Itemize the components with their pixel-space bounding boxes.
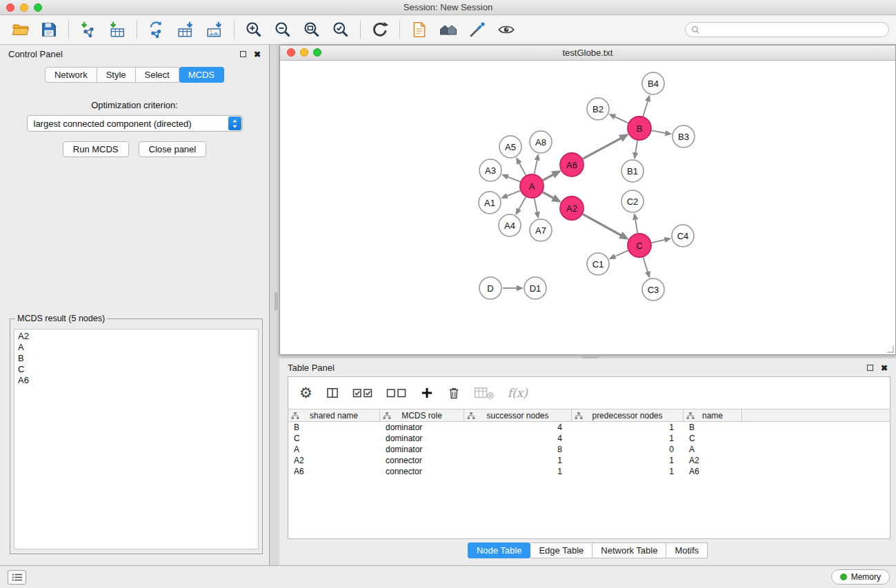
- table-row[interactable]: A2connector11A2: [288, 455, 890, 466]
- unselect-all-button[interactable]: [386, 386, 407, 400]
- select-all-button[interactable]: [352, 386, 373, 400]
- graph-node-C2[interactable]: C2: [621, 190, 644, 212]
- mcds-result-item[interactable]: B: [18, 353, 255, 364]
- mcds-result-item[interactable]: A6: [18, 375, 255, 386]
- splitter-handle-vertical[interactable]: [275, 292, 278, 310]
- close-network-window-button[interactable]: [287, 48, 295, 57]
- column-header-successor-nodes[interactable]: successor nodes: [464, 409, 572, 421]
- mcds-result-item[interactable]: C: [18, 364, 255, 375]
- zoom-in-button[interactable]: [239, 17, 268, 42]
- table-row[interactable]: A6connector11A6: [288, 466, 890, 477]
- tab-mcds[interactable]: MCDS: [179, 67, 224, 83]
- graph-node-B2[interactable]: B2: [587, 98, 609, 120]
- close-panel-button[interactable]: Close panel: [139, 141, 207, 157]
- tab-edge-table[interactable]: Edge Table: [530, 543, 593, 558]
- graph-edge-A-A4[interactable]: [518, 197, 526, 211]
- search-input[interactable]: [704, 25, 883, 35]
- zoom-network-window-button[interactable]: [313, 48, 321, 57]
- import-network-button[interactable]: [74, 17, 103, 42]
- graph-edge-A-A5[interactable]: [519, 162, 526, 175]
- graph-edge-C-C1[interactable]: [614, 250, 628, 256]
- graph-node-C4[interactable]: C4: [672, 225, 694, 247]
- open-session-button[interactable]: [7, 17, 34, 42]
- tab-network-table[interactable]: Network Table: [593, 543, 666, 558]
- graph-node-C3[interactable]: C3: [642, 278, 664, 301]
- graph-edge-A-A1[interactable]: [506, 191, 520, 196]
- graph-node-A6[interactable]: A6: [560, 153, 584, 176]
- graph-edge-A-A7[interactable]: [535, 199, 537, 214]
- graph-node-A7[interactable]: A7: [530, 219, 552, 241]
- graph-node-C1[interactable]: C1: [587, 253, 609, 275]
- graph-edge-A-A2[interactable]: [543, 192, 555, 199]
- zoom-selected-button[interactable]: [326, 17, 355, 42]
- graph-edge-C-C3[interactable]: [643, 257, 648, 273]
- graph-node-D1[interactable]: D1: [524, 277, 546, 299]
- graph-edge-B-B4[interactable]: [643, 100, 648, 116]
- graph-node-B3[interactable]: B3: [673, 125, 695, 148]
- zoom-out-button[interactable]: [268, 17, 297, 42]
- delete-row-button[interactable]: [447, 386, 461, 400]
- table-row[interactable]: Cdominator41C: [288, 433, 890, 444]
- table-row[interactable]: Bdominator41B: [288, 422, 890, 433]
- close-window-button[interactable]: [6, 3, 14, 12]
- graph-edge-A2-C[interactable]: [583, 214, 622, 236]
- graph-node-A1[interactable]: A1: [479, 192, 501, 214]
- graph-edge-A-A3[interactable]: [506, 176, 520, 182]
- float-panel-icon[interactable]: [240, 51, 246, 57]
- refresh-layout-button[interactable]: [366, 17, 395, 42]
- column-header-MCDS-role[interactable]: MCDS role: [380, 409, 464, 421]
- graph-node-B1[interactable]: B1: [621, 160, 644, 182]
- tab-node-table[interactable]: Node Table: [468, 543, 531, 558]
- graph-node-A[interactable]: A: [520, 174, 544, 198]
- graph-node-B[interactable]: B: [628, 116, 651, 140]
- add-row-button[interactable]: [420, 386, 434, 400]
- graph-edge-B-B1[interactable]: [635, 141, 637, 154]
- graph-edge-B-B2[interactable]: [614, 116, 628, 123]
- graph-edge-C-C2[interactable]: [635, 219, 637, 234]
- graph-node-A5[interactable]: A5: [499, 136, 521, 158]
- panel-selector-button[interactable]: [8, 570, 26, 585]
- export-image-button[interactable]: [200, 17, 229, 42]
- search-box[interactable]: [685, 22, 889, 37]
- new-network-button[interactable]: [142, 17, 171, 42]
- export-table-button[interactable]: [171, 17, 200, 42]
- close-panel-icon[interactable]: ✖: [254, 50, 261, 59]
- minimize-network-window-button[interactable]: [300, 48, 308, 57]
- column-header-shared-name[interactable]: shared name: [288, 409, 380, 421]
- tab-motifs[interactable]: Motifs: [666, 543, 708, 558]
- style-wand-button[interactable]: [463, 17, 492, 42]
- minimize-window-button[interactable]: [20, 3, 28, 12]
- graph-node-C[interactable]: C: [628, 234, 651, 257]
- table-row[interactable]: Adominator80A: [288, 444, 890, 455]
- window-resize-grip[interactable]: [887, 346, 894, 353]
- column-header-name[interactable]: name: [684, 409, 742, 421]
- show-columns-button[interactable]: [326, 386, 339, 400]
- graph-node-D[interactable]: D: [479, 277, 501, 299]
- network-canvas[interactable]: B4B2BB3A8A5A6A3B1AC2A1A2A4A7C4CC1C3DD1: [280, 61, 895, 354]
- mcds-result-item[interactable]: A: [18, 342, 255, 353]
- graph-node-A8[interactable]: A8: [530, 131, 552, 153]
- mcds-result-item[interactable]: A2: [18, 331, 255, 342]
- document-button[interactable]: [405, 17, 434, 42]
- zoom-fit-button[interactable]: [297, 17, 326, 42]
- import-table-button[interactable]: [103, 17, 132, 42]
- graph-node-A3[interactable]: A3: [479, 159, 501, 181]
- function-builder-button[interactable]: f(x): [508, 386, 528, 400]
- zoom-window-button[interactable]: [34, 3, 42, 12]
- home-button[interactable]: [434, 17, 463, 42]
- mcds-result-list[interactable]: A2ABCA6: [14, 329, 259, 549]
- graph-node-A4[interactable]: A4: [499, 214, 521, 236]
- table-settings-button[interactable]: ⚙: [299, 386, 312, 401]
- tab-style[interactable]: Style: [97, 67, 136, 83]
- graph-edge-A-A8[interactable]: [535, 159, 537, 174]
- tab-select[interactable]: Select: [136, 67, 179, 83]
- memory-button[interactable]: Memory: [831, 569, 890, 585]
- graph-edge-B-B3[interactable]: [652, 130, 667, 133]
- column-header-predecessor-nodes[interactable]: predecessor nodes: [572, 409, 684, 421]
- graph-edge-A6-B[interactable]: [583, 138, 622, 159]
- graph-node-B4[interactable]: B4: [642, 72, 664, 94]
- graph-edge-C-C4[interactable]: [652, 239, 666, 243]
- graph-edge-A-A6[interactable]: [543, 174, 555, 181]
- run-mcds-button[interactable]: Run MCDS: [63, 141, 129, 157]
- float-table-panel-icon[interactable]: [867, 365, 873, 371]
